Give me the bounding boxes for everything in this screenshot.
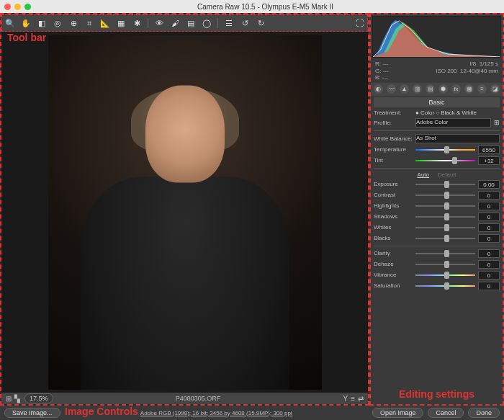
- clarity-slider[interactable]: [415, 250, 475, 257]
- clarity-value[interactable]: 0: [478, 249, 500, 258]
- tab-calibration-icon[interactable]: ▦: [464, 84, 474, 94]
- dehaze-slider[interactable]: [415, 261, 475, 268]
- preview-panel: 🔍 ✋ ◧ ◎ ⊕ ⌗ 📐 ▦ ✱ 👁 🖌 ▤ ◯ ☰ ↺ ↻ ⛶ Tool b…: [0, 13, 369, 406]
- annotation-toolbar: Tool bar: [7, 32, 46, 43]
- filmstrip-toggle-icon[interactable]: ⊞: [6, 395, 12, 403]
- open-image-button[interactable]: Open Image: [372, 408, 424, 418]
- saturation-slider[interactable]: [415, 282, 475, 290]
- tint-value[interactable]: +32: [478, 156, 500, 165]
- contrast-label: Contrast: [374, 192, 413, 198]
- temperature-label: Temperature: [374, 146, 413, 153]
- white-balance-tool-icon[interactable]: ◧: [37, 18, 47, 28]
- temperature-value[interactable]: 6550: [478, 146, 500, 154]
- exif-r: R: ---: [375, 61, 389, 68]
- view-grid-icon[interactable]: ▚: [14, 395, 20, 403]
- before-after-icon[interactable]: Y: [343, 395, 348, 403]
- panel-header: Basic: [374, 97, 500, 107]
- profile-select[interactable]: Adobe Color: [415, 118, 491, 128]
- saturation-value[interactable]: 0: [478, 282, 500, 290]
- image-preview[interactable]: [1, 32, 368, 393]
- wb-select[interactable]: As Shot: [415, 134, 500, 143]
- fullscreen-icon[interactable]: ⛶: [354, 18, 364, 28]
- preview-footer: ⊞ ▚ 17.5% P4080305.ORF Y ≡ ⇄: [1, 393, 368, 404]
- transform-tool-icon[interactable]: ▦: [116, 18, 126, 28]
- tab-snapshots-icon[interactable]: ◪: [490, 84, 500, 94]
- saturation-label: Saturation: [374, 282, 413, 289]
- exif-readout: R: --- G: --- B: --- f/8 1/125 s ISO 200…: [371, 59, 503, 83]
- graduated-filter-icon[interactable]: ▤: [186, 18, 196, 28]
- dehaze-value[interactable]: 0: [478, 260, 500, 269]
- color-sampler-icon[interactable]: ◎: [53, 18, 63, 28]
- whites-slider[interactable]: [415, 224, 475, 231]
- highlights-slider[interactable]: [415, 202, 475, 210]
- histogram[interactable]: [372, 16, 501, 58]
- window-title: Camera Raw 10.5 - Olympus E-M5 Mark II: [31, 3, 500, 11]
- photo-portrait: [48, 35, 322, 390]
- profile-browser-icon[interactable]: ⊞: [494, 119, 500, 126]
- rotate-ccw-icon[interactable]: ↺: [240, 18, 250, 28]
- swap-icon[interactable]: ⇄: [358, 395, 364, 403]
- shadows-value[interactable]: 0: [478, 213, 500, 221]
- toolbar: 🔍 ✋ ◧ ◎ ⊕ ⌗ 📐 ▦ ✱ 👁 🖌 ▤ ◯ ☰ ↺ ↻ ⛶: [1, 14, 368, 32]
- auto-link[interactable]: Auto: [418, 171, 429, 178]
- cancel-button[interactable]: Cancel: [428, 408, 464, 418]
- treatment-bw-radio[interactable]: Black & White: [436, 110, 477, 116]
- tab-hsl-icon[interactable]: ▥: [413, 84, 422, 94]
- preferences-icon[interactable]: ☰: [224, 18, 234, 28]
- rotate-cw-icon[interactable]: ↻: [256, 18, 266, 28]
- tint-label: Tint: [374, 157, 413, 164]
- exif-lens: 12-40@40 mm: [460, 68, 498, 74]
- done-button[interactable]: Done: [468, 408, 500, 418]
- exif-shutter: 1/125 s: [480, 61, 498, 67]
- blacks-label: Blacks: [374, 235, 413, 241]
- exposure-label: Exposure: [374, 181, 413, 187]
- target-adjust-icon[interactable]: ⊕: [68, 18, 78, 28]
- zoom-tool-icon[interactable]: 🔍: [5, 18, 15, 28]
- shadows-slider[interactable]: [415, 213, 475, 220]
- tab-split-icon[interactable]: ▤: [426, 84, 435, 94]
- vibrance-slider[interactable]: [415, 272, 475, 279]
- contrast-slider[interactable]: [415, 192, 475, 199]
- filename-label: P4080305.ORF: [53, 395, 343, 402]
- window-titlebar: Camera Raw 10.5 - Olympus E-M5 Mark II: [0, 0, 504, 13]
- save-image-button[interactable]: Save Image...: [4, 408, 60, 418]
- tab-presets-icon[interactable]: ≡: [477, 84, 487, 94]
- blacks-slider[interactable]: [415, 235, 475, 242]
- treatment-label: Treatment:: [374, 110, 413, 116]
- vibrance-label: Vibrance: [374, 272, 413, 278]
- zoom-select[interactable]: 17.5%: [24, 393, 53, 403]
- whites-value[interactable]: 0: [478, 223, 500, 232]
- contrast-value[interactable]: 0: [478, 191, 500, 200]
- crop-tool-icon[interactable]: ⌗: [84, 18, 94, 28]
- exposure-slider[interactable]: [415, 181, 475, 188]
- blacks-value[interactable]: 0: [478, 234, 500, 243]
- vibrance-value[interactable]: 0: [478, 271, 500, 280]
- traffic-lights: [4, 4, 31, 10]
- highlights-value[interactable]: 0: [478, 202, 500, 210]
- tab-curve-icon[interactable]: 〰: [387, 84, 396, 94]
- adjustment-brush-icon[interactable]: 🖌: [170, 18, 180, 28]
- tab-fx-icon[interactable]: fx: [451, 84, 461, 94]
- highlights-label: Highlights: [374, 202, 413, 209]
- wb-label: White Balance:: [374, 135, 413, 142]
- spot-removal-icon[interactable]: ✱: [132, 18, 142, 28]
- compare-icon[interactable]: ≡: [351, 395, 355, 403]
- straighten-tool-icon[interactable]: 📐: [100, 18, 110, 28]
- separator: [217, 18, 218, 28]
- hand-tool-icon[interactable]: ✋: [21, 18, 31, 28]
- default-link[interactable]: Default: [438, 171, 456, 178]
- tint-slider[interactable]: [415, 157, 475, 164]
- radial-filter-icon[interactable]: ◯: [202, 18, 212, 28]
- tab-basic-icon[interactable]: ◐: [374, 84, 383, 94]
- temperature-slider[interactable]: [415, 146, 475, 153]
- tab-lens-icon[interactable]: ⬢: [438, 84, 448, 94]
- minimize-window-icon[interactable]: [14, 4, 21, 10]
- tab-detail-icon[interactable]: ▲: [400, 84, 409, 94]
- close-window-icon[interactable]: [4, 4, 11, 10]
- redeye-tool-icon[interactable]: 👁: [154, 18, 164, 28]
- settings-tabs: ◐ 〰 ▲ ▥ ▤ ⬢ fx ▦ ≡ ◪: [371, 83, 503, 96]
- maximize-window-icon[interactable]: [24, 4, 31, 10]
- exif-g: G: ---: [375, 68, 389, 75]
- treatment-color-radio[interactable]: Color: [415, 110, 434, 116]
- exposure-value[interactable]: 0.00: [478, 180, 500, 189]
